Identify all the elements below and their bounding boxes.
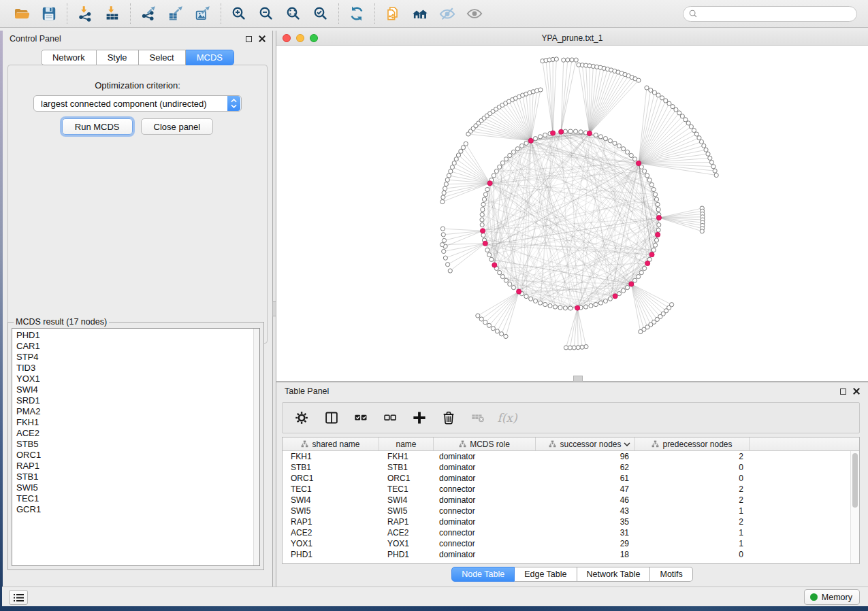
graph-node[interactable] — [533, 137, 537, 141]
graph-node[interactable] — [524, 141, 528, 145]
graph-node[interactable] — [529, 297, 533, 301]
graph-node[interactable] — [649, 182, 654, 186]
search-box[interactable] — [683, 6, 857, 22]
gear-button[interactable] — [293, 409, 311, 427]
mcds-result-item[interactable]: YOX1 — [16, 374, 253, 384]
graph-node[interactable] — [589, 303, 593, 308]
graph-leaf-node[interactable] — [713, 169, 717, 173]
graph-node[interactable] — [481, 233, 485, 237]
zoom-in-button[interactable] — [228, 3, 250, 24]
export-network-button[interactable] — [138, 3, 159, 24]
graph-node[interactable] — [613, 141, 617, 145]
neighbors-houses-button[interactable] — [409, 3, 431, 24]
graph-leaf-node[interactable] — [495, 329, 499, 333]
graph-node[interactable] — [652, 187, 656, 191]
graph-node[interactable] — [482, 197, 486, 201]
select-all-button[interactable] — [352, 409, 370, 427]
graph-leaf-node[interactable] — [500, 332, 504, 336]
graph-node[interactable] — [643, 266, 647, 270]
graph-leaf-node[interactable] — [671, 105, 675, 109]
graph-node[interactable] — [656, 202, 660, 206]
column-header-predecessor-nodes[interactable]: predecessor nodes — [635, 437, 750, 450]
graph-node[interactable] — [498, 271, 502, 275]
deselect-all-button[interactable] — [381, 409, 399, 427]
mcds-result-item[interactable]: TEC1 — [16, 493, 253, 504]
graph-node[interactable] — [603, 137, 607, 141]
add-button[interactable] — [411, 409, 428, 427]
graph-node[interactable] — [608, 297, 612, 301]
graph-node[interactable] — [645, 174, 649, 178]
mcds-result-item[interactable]: SWI4 — [16, 384, 253, 395]
graph-leaf-node[interactable] — [442, 191, 446, 195]
window-close-button[interactable] — [283, 34, 291, 42]
graph-node[interactable] — [500, 161, 504, 165]
graph-node[interactable] — [654, 238, 658, 242]
search-input[interactable] — [698, 8, 856, 20]
window-maximize-button[interactable] — [310, 34, 318, 42]
graph-leaf-node[interactable] — [694, 132, 698, 136]
table-scrollbar[interactable] — [850, 451, 859, 563]
mcds-result-item[interactable]: STB5 — [16, 439, 253, 450]
table-row[interactable]: YOX1YOX1connector291 — [283, 538, 859, 549]
graph-node[interactable] — [579, 130, 583, 134]
graph-node[interactable] — [548, 303, 552, 308]
graph-leaf-node[interactable] — [576, 346, 580, 350]
graph-node[interactable] — [656, 228, 660, 232]
graph-node[interactable] — [563, 306, 567, 310]
result-list-scrollbar[interactable] — [253, 329, 259, 565]
table-x-button[interactable] — [469, 409, 487, 427]
graph-leaf-node[interactable] — [639, 329, 643, 333]
graph-leaf-node[interactable] — [440, 227, 445, 231]
graph-leaf-node[interactable] — [443, 256, 447, 260]
graph-node[interactable] — [622, 288, 626, 293]
graph-leaf-node[interactable] — [449, 169, 453, 174]
graph-leaf-node[interactable] — [442, 249, 446, 253]
graph-leaf-node[interactable] — [441, 233, 445, 237]
hide-eye-button[interactable] — [436, 3, 458, 24]
graph-leaf-node[interactable] — [464, 142, 468, 146]
graph-node[interactable] — [598, 301, 602, 305]
graph-node[interactable] — [511, 150, 515, 154]
graph-leaf-node[interactable] — [441, 195, 445, 199]
graph-node[interactable] — [636, 274, 640, 278]
mcds-result-item[interactable]: PHD1 — [16, 330, 253, 341]
graph-node[interactable] — [480, 212, 484, 216]
graph-node[interactable] — [603, 299, 607, 303]
mcds-result-item[interactable]: GCR1 — [16, 504, 253, 515]
graph-node[interactable] — [481, 202, 485, 206]
graph-leaf-node[interactable] — [479, 317, 483, 321]
graph-leaf-node[interactable] — [680, 114, 684, 118]
graph-leaf-node[interactable] — [699, 139, 703, 144]
graph-leaf-node[interactable] — [689, 125, 693, 129]
graph-leaf-node[interactable] — [711, 165, 716, 169]
graph-leaf-node[interactable] — [700, 229, 704, 233]
graph-leaf-node[interactable] — [570, 58, 574, 62]
graph-mcds-hub-node[interactable] — [528, 138, 533, 143]
graph-mcds-hub-node[interactable] — [550, 131, 555, 135]
graph-leaf-node[interactable] — [443, 186, 447, 191]
graph-node[interactable] — [652, 248, 656, 252]
graph-node[interactable] — [617, 144, 621, 148]
table-row[interactable]: SWI4SWI4dominator462 — [283, 495, 859, 506]
mcds-result-item[interactable]: STB1 — [16, 472, 253, 482]
graph-node[interactable] — [543, 133, 547, 137]
graph-leaf-node[interactable] — [704, 148, 708, 152]
graph-leaf-node[interactable] — [562, 58, 566, 62]
graph-node[interactable] — [515, 147, 519, 151]
graph-mcds-hub-node[interactable] — [613, 294, 617, 299]
table-row[interactable]: TEC1TEC1connector472 — [283, 484, 859, 495]
graph-node[interactable] — [608, 139, 612, 143]
graph-leaf-node[interactable] — [714, 173, 718, 177]
export-table-button[interactable] — [165, 3, 187, 24]
column-header-shared-name[interactable]: shared name — [283, 437, 379, 450]
zoom-fit-button[interactable] — [283, 3, 304, 24]
graph-leaf-node[interactable] — [442, 238, 446, 242]
graph-leaf-node[interactable] — [568, 346, 572, 350]
graph-leaf-node[interactable] — [487, 323, 491, 327]
graph-leaf-node[interactable] — [649, 88, 653, 92]
graph-leaf-node[interactable] — [660, 96, 664, 100]
refresh-button[interactable] — [346, 3, 368, 24]
graph-node[interactable] — [625, 150, 629, 154]
graph-mcds-hub-node[interactable] — [587, 131, 592, 135]
zoom-selected-button[interactable] — [310, 3, 332, 24]
